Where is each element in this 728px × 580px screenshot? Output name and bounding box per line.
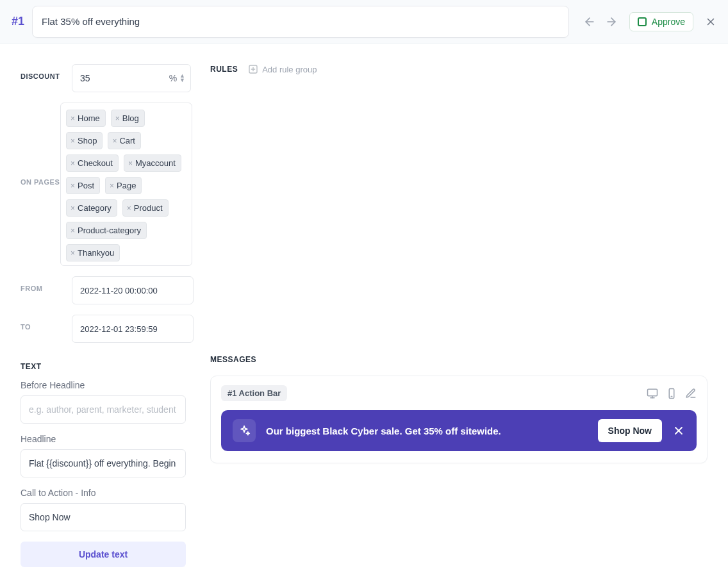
- add-rule-label: Add rule group: [262, 65, 317, 74]
- arrow-left-icon: [583, 15, 596, 28]
- prev-button[interactable]: [581, 13, 599, 31]
- page-tag-label: Shop: [78, 136, 97, 145]
- remove-tag-icon[interactable]: ×: [127, 204, 131, 213]
- page-tag[interactable]: ×Cart: [108, 132, 141, 149]
- approve-button[interactable]: Approve: [629, 12, 693, 31]
- number-stepper[interactable]: ▲ ▼: [178, 74, 186, 83]
- remove-tag-icon[interactable]: ×: [70, 204, 75, 213]
- page-tag[interactable]: ×Blog: [111, 110, 145, 127]
- page-tag-label: Product: [134, 203, 163, 213]
- add-rule-group-button[interactable]: Add rule group: [248, 64, 317, 74]
- close-icon: [672, 424, 685, 437]
- remove-tag-icon[interactable]: ×: [128, 159, 133, 168]
- title-input[interactable]: [32, 6, 569, 38]
- close-button[interactable]: [704, 15, 718, 29]
- page-tag-label: Checkout: [78, 158, 113, 168]
- page-tag-label: Product-category: [78, 226, 141, 235]
- page-tag[interactable]: ×Thankyou: [66, 244, 120, 261]
- rules-title: RULES: [210, 65, 238, 74]
- remove-tag-icon[interactable]: ×: [70, 137, 75, 145]
- monitor-icon: [647, 388, 658, 399]
- page-tag-label: Page: [117, 181, 136, 190]
- percent-label: %: [169, 73, 177, 83]
- nav-arrows: [581, 13, 620, 31]
- page-tag-label: Myaccount: [135, 158, 176, 168]
- remove-tag-icon[interactable]: ×: [115, 114, 120, 123]
- next-button[interactable]: [602, 13, 620, 31]
- page-tag[interactable]: ×Home: [66, 110, 106, 127]
- mobile-preview-button[interactable]: [666, 388, 677, 399]
- arrow-right-icon: [605, 15, 618, 28]
- edit-button[interactable]: [685, 388, 697, 399]
- sparkle-icon: [238, 424, 251, 437]
- headline-label: Headline: [21, 434, 192, 444]
- page-tag[interactable]: ×Page: [105, 177, 142, 194]
- page-tag[interactable]: ×Shop: [66, 132, 103, 149]
- action-bar-preview: Our biggest Black Cyber sale. Get 35% of…: [221, 410, 697, 451]
- card-head: #1 Action Bar: [221, 385, 697, 401]
- remove-tag-icon[interactable]: ×: [70, 159, 75, 168]
- remove-tag-icon[interactable]: ×: [70, 249, 75, 258]
- headline-group: Headline: [21, 434, 192, 477]
- remove-tag-icon[interactable]: ×: [70, 114, 75, 123]
- remove-tag-icon[interactable]: ×: [110, 181, 114, 190]
- page-tag-label: Cart: [119, 136, 135, 145]
- svg-rect-7: [648, 389, 658, 396]
- close-icon: [705, 16, 716, 28]
- to-label: TO: [21, 315, 72, 331]
- page-tag[interactable]: ×Product-category: [66, 222, 147, 239]
- cta-group: Call to Action - Info: [21, 488, 192, 531]
- before-headline-label: Before Headline: [21, 380, 192, 390]
- to-input[interactable]: [72, 315, 194, 343]
- discount-input[interactable]: [72, 65, 169, 92]
- cta-label: Call to Action - Info: [21, 488, 192, 498]
- desktop-preview-button[interactable]: [647, 388, 658, 399]
- page-tag[interactable]: ×Checkout: [66, 154, 119, 172]
- rules-header: RULES Add rule group: [210, 64, 707, 74]
- page-tag[interactable]: ×Post: [66, 177, 100, 194]
- card-title-badge: #1 Action Bar: [221, 385, 287, 401]
- page-tag[interactable]: ×Myaccount: [124, 154, 181, 172]
- text-section-title: TEXT: [21, 362, 192, 371]
- sparkle-icon-wrap: [233, 419, 256, 442]
- before-headline-input[interactable]: [21, 395, 186, 424]
- action-bar-cta[interactable]: Shop Now: [598, 419, 662, 442]
- action-bar-close[interactable]: [672, 424, 685, 437]
- on-pages-label: ON PAGES: [21, 103, 60, 186]
- before-headline-group: Before Headline: [21, 380, 192, 424]
- pages-tagbox[interactable]: ×Home×Blog×Shop×Cart×Checkout×Myaccount×…: [60, 103, 192, 266]
- remove-tag-icon[interactable]: ×: [112, 137, 117, 145]
- on-pages-row: ON PAGES ×Home×Blog×Shop×Cart×Checkout×M…: [21, 103, 192, 266]
- item-index: #1: [12, 15, 24, 28]
- page-tag[interactable]: ×Category: [66, 199, 117, 217]
- remove-tag-icon[interactable]: ×: [70, 226, 75, 235]
- page-tag-label: Post: [78, 181, 94, 190]
- headline-input[interactable]: [21, 449, 186, 477]
- cta-input[interactable]: [21, 503, 186, 531]
- smartphone-icon: [666, 388, 677, 399]
- messages-title: MESSAGES: [210, 355, 707, 364]
- discount-field: % ▲ ▼: [72, 64, 191, 92]
- message-card: #1 Action Bar O: [210, 376, 707, 463]
- pencil-icon: [685, 388, 697, 399]
- main: DISCOUNT % ▲ ▼ ON PAGES ×Home×Blog×Shop×…: [0, 44, 728, 580]
- discount-label: DISCOUNT: [21, 64, 72, 80]
- page-tag-label: Thankyou: [78, 248, 114, 258]
- page-tag-label: Blog: [122, 113, 139, 123]
- plus-square-icon: [248, 64, 258, 74]
- page-tag-label: Category: [78, 203, 112, 213]
- discount-row: DISCOUNT % ▲ ▼: [21, 64, 192, 92]
- approve-label: Approve: [652, 17, 685, 27]
- update-text-button[interactable]: Update text: [21, 542, 186, 567]
- from-row: FROM: [21, 276, 192, 304]
- step-down-icon[interactable]: ▼: [179, 78, 185, 83]
- action-bar-text: Our biggest Black Cyber sale. Get 35% of…: [266, 426, 588, 436]
- page-tag-label: Home: [78, 113, 100, 123]
- from-input[interactable]: [72, 276, 194, 304]
- topbar: #1 Approve: [0, 0, 728, 44]
- remove-tag-icon[interactable]: ×: [70, 181, 75, 190]
- right-panel: RULES Add rule group MESSAGES #1 Action …: [192, 44, 728, 580]
- from-label: FROM: [21, 276, 72, 292]
- page-tag[interactable]: ×Product: [122, 199, 169, 217]
- left-panel: DISCOUNT % ▲ ▼ ON PAGES ×Home×Blog×Shop×…: [0, 44, 192, 580]
